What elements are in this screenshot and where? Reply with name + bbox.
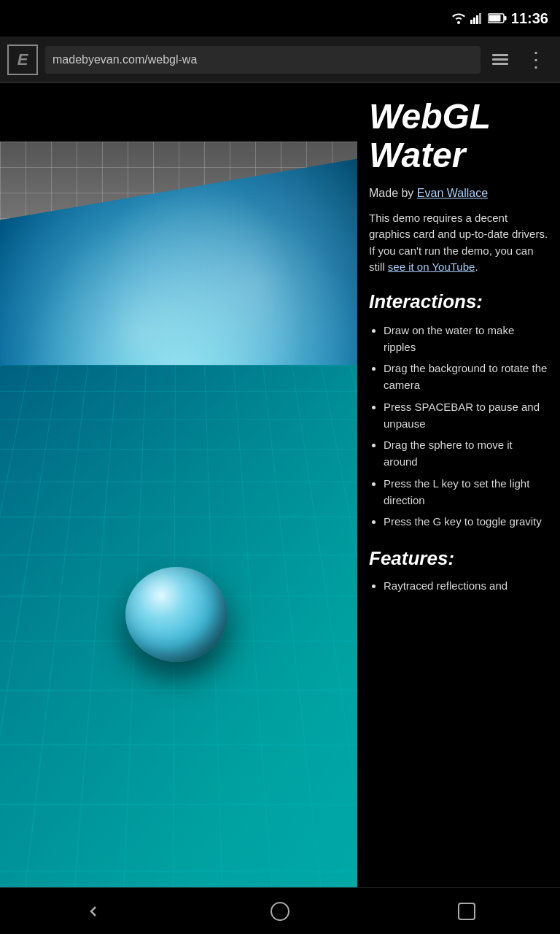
status-time: 11:36 (511, 10, 548, 27)
made-by: Made by Evan Wallace (369, 187, 548, 200)
status-bar: 11:36 (0, 0, 560, 36)
description: This demo requires a decent graphics car… (369, 210, 548, 276)
pool-scene[interactable] (0, 83, 357, 887)
youtube-link[interactable]: see it on YouTube (388, 260, 475, 273)
text-panel: WebGLWater Made by Evan Wallace This dem… (357, 83, 560, 887)
features-title: Features: (369, 547, 548, 570)
browser-logo: E (7, 45, 38, 75)
browser-bar: E madebyevan.com/webgl-wa ⋮ (0, 36, 560, 83)
list-item: Press SPACEBAR to pause and unpause (384, 398, 548, 433)
page-title: WebGLWater (369, 98, 548, 175)
svg-point-7 (271, 903, 289, 920)
wifi-icon (451, 12, 466, 24)
home-button[interactable] (268, 899, 292, 924)
list-item: Press the L key to set the light directi… (384, 475, 548, 509)
svg-rect-0 (470, 20, 472, 24)
interactions-title: Interactions: (369, 290, 548, 313)
battery-icon (488, 13, 507, 23)
features-list: Raytraced reflections and (369, 577, 548, 594)
svg-rect-2 (476, 15, 478, 24)
list-item: Drag the sphere to move it around (384, 436, 548, 471)
browser-menu-button[interactable] (488, 50, 513, 69)
list-item: Raytraced reflections and (384, 577, 548, 594)
svg-rect-6 (489, 15, 500, 22)
svg-rect-5 (504, 16, 506, 20)
recent-apps-button[interactable] (454, 899, 479, 924)
svg-rect-3 (479, 13, 481, 24)
status-icons: 11:36 (451, 10, 548, 27)
sphere[interactable] (125, 567, 228, 662)
webgl-canvas-panel[interactable] (0, 83, 357, 887)
url-bar[interactable]: madebyevan.com/webgl-wa (45, 46, 481, 74)
svg-rect-1 (473, 18, 475, 24)
svg-rect-8 (459, 903, 475, 919)
signal-icon (470, 12, 483, 24)
back-button[interactable] (81, 899, 106, 924)
content-area: WebGLWater Made by Evan Wallace This dem… (0, 83, 560, 887)
nav-bar (0, 887, 560, 934)
list-item: Draw on the water to make ripples (384, 322, 548, 356)
browser-more-button[interactable]: ⋮ (520, 45, 553, 74)
evan-wallace-link[interactable]: Evan Wallace (417, 187, 488, 199)
list-item: Drag the background to rotate the camera (384, 360, 548, 394)
list-item: Press the G key to toggle gravity (384, 513, 548, 530)
interactions-list: Draw on the water to make ripples Drag t… (369, 322, 548, 530)
